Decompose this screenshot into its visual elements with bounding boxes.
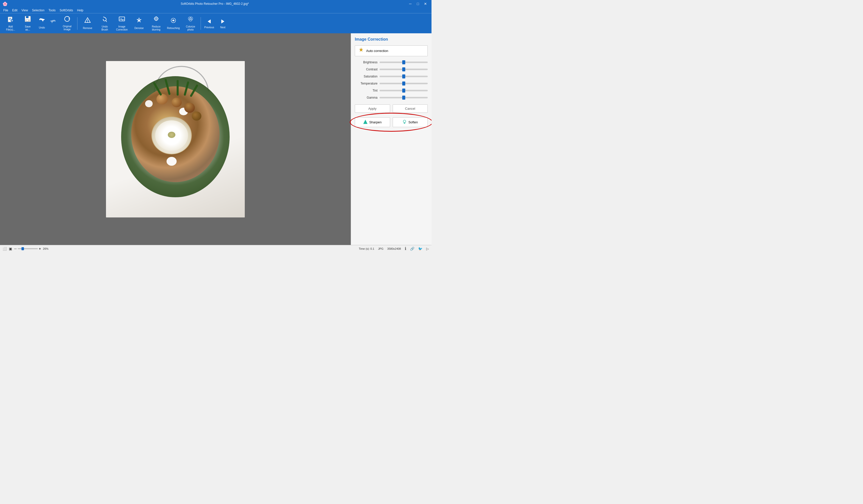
svg-point-20 bbox=[154, 17, 158, 21]
colorize-button[interactable]: Colorizephoto bbox=[183, 15, 199, 32]
menu-softorbits[interactable]: SoftOrbits bbox=[58, 8, 75, 13]
sliders-section: Brightness Contrast Saturation bbox=[355, 60, 428, 100]
view-mode-icon[interactable]: ⬜ bbox=[2, 247, 7, 251]
format-label: JPG bbox=[378, 247, 383, 250]
tint-slider[interactable] bbox=[379, 90, 428, 91]
retouching-button[interactable]: Retouching bbox=[165, 15, 182, 32]
colorize-label: Colorizephoto bbox=[186, 25, 195, 31]
svg-marker-31 bbox=[208, 20, 211, 24]
menu-selection[interactable]: Selection bbox=[30, 8, 47, 13]
saturation-row: Saturation bbox=[355, 75, 428, 78]
undo-brush-icon bbox=[101, 15, 108, 24]
canvas-area[interactable] bbox=[0, 33, 351, 245]
saturation-slider[interactable] bbox=[379, 76, 428, 77]
window-title: SoftOrbits Photo Retoucher Pro - IMG_460… bbox=[23, 2, 407, 5]
brightness-slider[interactable] bbox=[379, 62, 428, 63]
zoom-in-icon[interactable]: + bbox=[39, 247, 41, 251]
gamma-row: Gamma bbox=[355, 96, 428, 99]
undo-icon bbox=[39, 17, 45, 25]
menu-view[interactable]: View bbox=[20, 8, 30, 13]
soften-icon bbox=[402, 119, 407, 125]
separator-2 bbox=[201, 17, 201, 30]
svg-marker-32 bbox=[221, 20, 224, 24]
denoise-button[interactable]: Denoise bbox=[131, 15, 147, 32]
filter-buttons-container: Sharpen Soften bbox=[355, 117, 428, 127]
next-arrow-icon bbox=[219, 18, 226, 25]
colorize-icon bbox=[187, 15, 194, 24]
forward-icon[interactable]: ▷ bbox=[426, 247, 429, 251]
info-icon[interactable]: ℹ bbox=[405, 246, 406, 251]
original-image-icon bbox=[64, 16, 71, 24]
twitter-icon[interactable]: 🐦 bbox=[418, 247, 422, 251]
svg-rect-11 bbox=[26, 20, 28, 21]
zoom-out-icon[interactable]: ─ bbox=[14, 247, 17, 251]
menu-file[interactable]: File bbox=[1, 8, 10, 13]
action-buttons: Apply Cancel bbox=[355, 104, 428, 113]
status-left: ⬜ ▣ ─ + 26% bbox=[2, 247, 48, 251]
share-icon[interactable]: 🔗 bbox=[410, 247, 414, 251]
svg-point-15 bbox=[87, 22, 88, 23]
sharpen-button[interactable]: Sharpen bbox=[355, 117, 390, 127]
retouching-label: Retouching bbox=[167, 27, 180, 30]
temperature-slider[interactable] bbox=[379, 83, 428, 84]
menu-edit[interactable]: Edit bbox=[10, 8, 20, 13]
statusbar: ⬜ ▣ ─ + 26% Time (s): 0.1 JPG 3580x2408 … bbox=[0, 245, 432, 252]
view-split-icon[interactable]: ▣ bbox=[9, 247, 12, 251]
brightness-label: Brightness bbox=[355, 61, 377, 64]
soften-button[interactable]: Soften bbox=[393, 117, 428, 127]
undo-button[interactable]: Undo bbox=[37, 15, 47, 32]
status-right: Time (s): 0.1 JPG 3580x2408 ℹ 🔗 🐦 ▷ bbox=[359, 246, 429, 251]
image-correction-label: ImageCorrection bbox=[116, 25, 128, 31]
temperature-label: Temperature bbox=[355, 82, 377, 85]
zoom-controls: ─ + 26% bbox=[14, 247, 48, 251]
remove-button[interactable]: Remove bbox=[79, 15, 96, 32]
tint-row: Tint bbox=[355, 89, 428, 92]
minimize-button[interactable]: ─ bbox=[407, 1, 414, 7]
next-button[interactable]: Next bbox=[216, 15, 229, 32]
apply-button[interactable]: Apply bbox=[355, 104, 390, 113]
previous-label: Previous bbox=[204, 26, 214, 29]
dimensions-label: 3580x2408 bbox=[387, 247, 401, 250]
add-files-button[interactable]: AddFile(s)... bbox=[2, 15, 19, 32]
undo-brush-button[interactable]: UndoBrush bbox=[97, 15, 113, 32]
zoom-level: 26% bbox=[43, 247, 48, 250]
svg-rect-17 bbox=[119, 17, 125, 21]
image-correction-icon bbox=[118, 15, 125, 24]
original-image-button[interactable]: OriginalImage bbox=[59, 15, 75, 32]
restore-button[interactable]: □ bbox=[414, 1, 422, 7]
svg-point-35 bbox=[403, 120, 406, 123]
zoom-slider[interactable] bbox=[18, 248, 38, 249]
close-button[interactable]: ✕ bbox=[422, 1, 429, 7]
gamma-label: Gamma bbox=[355, 96, 377, 99]
image-correction-button[interactable]: ImageCorrection bbox=[114, 15, 130, 32]
retouching-icon bbox=[170, 17, 177, 25]
contrast-row: Contrast bbox=[355, 67, 428, 71]
save-as-label: Saveas... bbox=[25, 25, 31, 31]
gamma-slider[interactable] bbox=[379, 97, 428, 98]
auto-correction-button[interactable]: Auto correction bbox=[355, 46, 428, 56]
remove-label: Remove bbox=[83, 27, 92, 30]
menu-tools[interactable]: Tools bbox=[47, 8, 58, 13]
reduce-blurring-button[interactable]: Reduceblurring bbox=[148, 15, 164, 32]
cancel-button[interactable]: Cancel bbox=[393, 104, 428, 113]
menu-help[interactable]: Help bbox=[75, 8, 86, 13]
sharpen-icon bbox=[363, 119, 368, 125]
original-image-label: OriginalImage bbox=[63, 25, 72, 31]
contrast-slider[interactable] bbox=[379, 68, 428, 70]
save-as-button[interactable]: Saveas... bbox=[20, 15, 36, 32]
svg-point-19 bbox=[138, 20, 140, 21]
redo-button[interactable] bbox=[48, 15, 58, 32]
undo-label: Undo bbox=[39, 26, 45, 29]
reduce-blurring-icon bbox=[153, 15, 160, 24]
previous-button[interactable]: Previous bbox=[203, 15, 215, 32]
auto-correction-label: Auto correction bbox=[366, 49, 388, 53]
svg-marker-34 bbox=[363, 120, 367, 124]
denoise-icon bbox=[136, 17, 142, 25]
add-files-icon bbox=[7, 15, 14, 24]
add-files-label: AddFile(s)... bbox=[6, 25, 15, 31]
soften-label: Soften bbox=[408, 120, 418, 124]
reduce-blurring-label: Reduceblurring bbox=[152, 25, 161, 31]
temperature-row: Temperature bbox=[355, 82, 428, 85]
tint-label: Tint bbox=[355, 89, 377, 92]
remove-icon bbox=[84, 17, 91, 25]
